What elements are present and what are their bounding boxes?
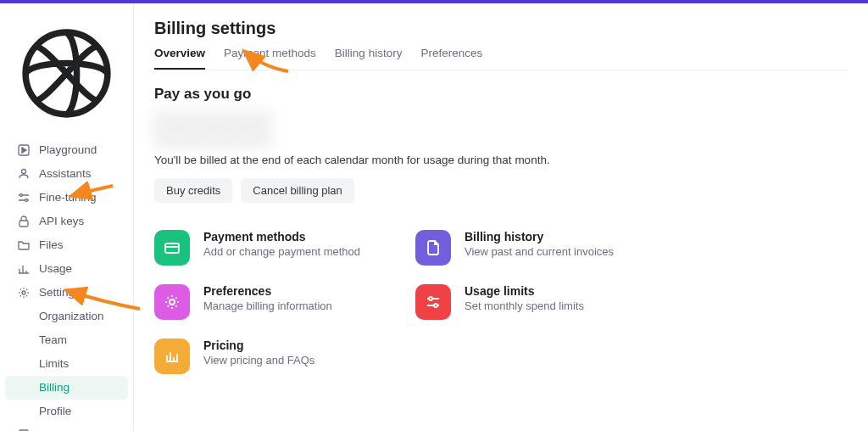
- sidebar-item-settings[interactable]: Settings: [5, 281, 128, 305]
- main-content: Billing settings Overview Payment method…: [134, 3, 868, 431]
- card-title: Pricing: [203, 339, 314, 352]
- redacted-balance: [154, 111, 273, 148]
- sidebar-item-fine-tuning[interactable]: Fine-tuning: [5, 186, 128, 210]
- button-row: Buy credits Cancel billing plan: [154, 178, 848, 203]
- card-grid: Payment methods Add or change payment me…: [154, 230, 848, 374]
- sidebar-item-documentation[interactable]: Documentation: [5, 423, 128, 431]
- sidebar-item-label: Fine-tuning: [39, 192, 97, 204]
- sidebar-item-team[interactable]: Team: [5, 328, 128, 352]
- card-title: Payment methods: [203, 230, 360, 243]
- sidebar-item-playground[interactable]: Playground: [5, 138, 128, 162]
- svg-rect-18: [165, 243, 179, 253]
- card-billing-history[interactable]: Billing history View past and current in…: [415, 230, 653, 266]
- svg-point-3: [20, 194, 23, 197]
- nav-primary: Playground Assistants Fine-tuning API ke…: [0, 138, 133, 423]
- card-icon: [154, 230, 190, 266]
- sidebar-item-label: Usage: [39, 263, 72, 275]
- card-payment-methods[interactable]: Payment methods Add or change payment me…: [154, 230, 392, 266]
- svg-point-21: [434, 304, 437, 307]
- openai-logo-icon: [12, 19, 121, 128]
- card-title: Usage limits: [465, 284, 584, 298]
- card-desc: Manage billing information: [203, 299, 332, 312]
- gear-icon: [17, 286, 31, 299]
- card-desc: Set monthly spend limits: [465, 299, 584, 312]
- svg-point-2: [22, 170, 26, 174]
- sidebar-item-usage[interactable]: Usage: [5, 257, 128, 281]
- card-pricing[interactable]: Pricing View pricing and FAQs: [154, 339, 392, 374]
- card-desc: View past and current invoices: [465, 245, 614, 258]
- sidebar-item-label: Playground: [39, 144, 97, 156]
- tabs: Overview Payment methods Billing history…: [154, 47, 848, 70]
- cancel-plan-button[interactable]: Cancel billing plan: [241, 178, 354, 203]
- sliders-icon: [415, 284, 451, 320]
- buy-credits-button[interactable]: Buy credits: [154, 178, 232, 203]
- sidebar-item-label: Billing: [39, 382, 70, 394]
- svg-point-6: [22, 291, 25, 294]
- playground-icon: [17, 143, 31, 157]
- fine-tuning-icon: [17, 191, 31, 204]
- logo[interactable]: [0, 10, 133, 138]
- folder-icon: [17, 238, 31, 252]
- sidebar-item-label: Limits: [39, 358, 69, 370]
- sidebar: Playground Assistants Fine-tuning API ke…: [0, 3, 134, 431]
- svg-point-4: [25, 199, 28, 202]
- sidebar-item-label: Profile: [39, 406, 71, 417]
- sidebar-item-label: Settings: [39, 287, 81, 299]
- sidebar-item-label: Team: [39, 334, 67, 346]
- sidebar-item-billing[interactable]: Billing: [5, 376, 128, 400]
- billing-note: You'll be billed at the end of each cale…: [154, 154, 848, 166]
- tab-payment-methods[interactable]: Payment methods: [224, 47, 316, 70]
- card-title: Preferences: [203, 284, 332, 298]
- sidebar-item-label: Organization: [39, 311, 104, 322]
- file-icon: [415, 230, 451, 266]
- tab-preferences[interactable]: Preferences: [420, 47, 482, 70]
- card-usage-limits[interactable]: Usage limits Set monthly spend limits: [415, 284, 653, 320]
- svg-rect-5: [19, 221, 28, 227]
- gear-icon: [154, 284, 190, 320]
- card-title: Billing history: [465, 230, 614, 243]
- card-desc: Add or change payment method: [203, 245, 360, 258]
- page-title: Billing settings: [154, 19, 848, 38]
- card-desc: View pricing and FAQs: [203, 354, 314, 367]
- tab-overview[interactable]: Overview: [154, 47, 205, 70]
- sidebar-item-label: Assistants: [39, 168, 92, 180]
- sidebar-item-label: Files: [39, 239, 64, 251]
- assistants-icon: [17, 167, 31, 181]
- usage-icon: [17, 262, 31, 276]
- chart-icon: [154, 339, 190, 374]
- section-title: Pay as you go: [154, 86, 848, 103]
- sidebar-item-label: API keys: [39, 216, 84, 227]
- sidebar-item-organization[interactable]: Organization: [5, 305, 128, 328]
- sidebar-item-limits[interactable]: Limits: [5, 352, 128, 376]
- svg-point-19: [170, 299, 175, 305]
- nav-secondary: Documentation Help All products: [0, 423, 133, 431]
- tab-billing-history[interactable]: Billing history: [335, 47, 403, 70]
- sidebar-item-assistants[interactable]: Assistants: [5, 162, 128, 186]
- sidebar-item-profile[interactable]: Profile: [5, 400, 128, 423]
- svg-point-20: [429, 297, 432, 300]
- sidebar-item-api-keys[interactable]: API keys: [5, 210, 128, 233]
- lock-icon: [17, 215, 31, 228]
- card-preferences[interactable]: Preferences Manage billing information: [154, 284, 392, 320]
- sidebar-item-files[interactable]: Files: [5, 233, 128, 257]
